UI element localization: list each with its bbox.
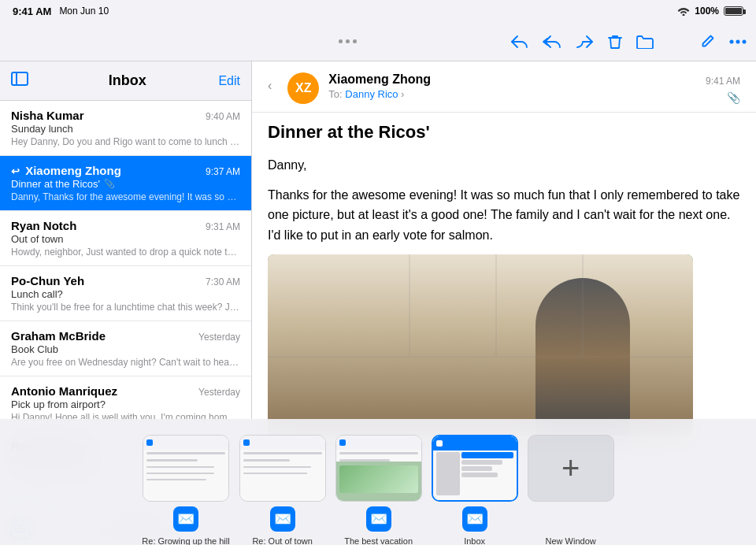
card-line <box>146 479 206 480</box>
card-line <box>146 466 214 468</box>
list-item[interactable]: Graham McBride Yesterday Book Club Are y… <box>0 321 251 376</box>
kitchen-svg <box>268 254 693 436</box>
detail-time: 9:41 AM <box>706 76 740 87</box>
list-item[interactable]: Po-Chun Yeh 7:30 AM Lunch call? Think yo… <box>0 266 251 321</box>
svg-point-0 <box>729 39 733 43</box>
email-preview: Hey Danny, Do you and Rigo want to come … <box>11 136 240 147</box>
app-switcher-overlay: ✉️ Re: Growing up the hill ✉️ Re: Out of… <box>0 419 756 545</box>
new-window-card[interactable]: + <box>528 435 614 502</box>
battery-percent: 100% <box>695 6 719 17</box>
svg-rect-3 <box>12 72 28 85</box>
compose-button[interactable] <box>699 34 715 50</box>
detail-to-name[interactable]: Danny Rico <box>345 88 398 100</box>
svg-point-1 <box>736 39 739 43</box>
email-subject: Pick up from airport? <box>11 399 240 410</box>
app-switcher-items: ✉️ Re: Growing up the hill ✉️ Re: Out of… <box>0 419 756 545</box>
panel-title: Inbox <box>36 72 218 89</box>
delete-button[interactable] <box>608 34 622 50</box>
detail-sender-name: Xiaomeng Zhong <box>328 72 696 87</box>
switcher-card-content <box>240 436 325 501</box>
sidebar-toggle-button[interactable] <box>11 72 28 90</box>
reply-all-button[interactable] <box>542 35 562 49</box>
email-sender: Po-Chun Yeh <box>11 274 84 287</box>
switcher-card[interactable] <box>432 435 518 502</box>
list-item[interactable]: Nisha Kumar 9:40 AM Sunday lunch Hey Dan… <box>0 101 251 156</box>
attachment-indicator-icon: 📎 <box>727 91 740 104</box>
switcher-card-content <box>143 436 228 501</box>
switcher-item-label: Re: Out of town <box>252 536 312 545</box>
email-photo <box>268 254 693 436</box>
switcher-item-label: New Window <box>546 536 596 545</box>
switcher-item[interactable]: ✉️ Inbox <box>432 435 518 545</box>
back-chevron-icon: ‹ <box>268 79 272 93</box>
battery-icon <box>724 6 743 16</box>
switcher-card[interactable] <box>239 435 326 502</box>
forward-button[interactable] <box>576 35 594 49</box>
card-line <box>146 452 225 454</box>
more-button[interactable] <box>729 39 747 44</box>
detail-to: To: Danny Rico › <box>328 88 696 100</box>
list-item[interactable]: Ryan Notch 9:31 AM Out of town Howdy, ne… <box>0 211 251 266</box>
switcher-item-label: Inbox <box>464 536 485 545</box>
email-time: 9:31 AM <box>206 221 240 232</box>
card-line <box>243 473 307 474</box>
card-row <box>461 466 493 471</box>
reply-back-button[interactable] <box>510 35 528 49</box>
card-photo <box>339 465 418 493</box>
card-col-main <box>461 452 513 495</box>
card-row <box>461 473 498 477</box>
card-cols <box>436 452 513 495</box>
folder-button[interactable] <box>636 35 654 49</box>
card-selected-row <box>461 452 513 458</box>
switcher-card[interactable] <box>335 435 422 502</box>
email-preview: Think you'll be free for a lunchtime cha… <box>11 302 240 313</box>
card-icon-small <box>339 439 346 446</box>
toolbar-icons <box>510 34 747 50</box>
card-col <box>436 452 460 495</box>
email-preview: Howdy, neighbor, Just wanted to drop a q… <box>11 247 240 258</box>
top-toolbar <box>0 22 756 61</box>
detail-subject: Dinner at the Ricos' <box>268 122 740 143</box>
panel-header: Inbox Edit <box>0 61 251 101</box>
switcher-item-new-window[interactable]: + New Window <box>528 435 614 545</box>
card-line <box>146 473 214 474</box>
battery-fill <box>725 8 742 14</box>
switcher-item[interactable]: ✉️ Re: Out of town <box>239 435 326 545</box>
wifi-icon <box>677 6 690 16</box>
switcher-app-icon: ✉️ <box>366 506 391 532</box>
card-icon-small <box>146 439 153 446</box>
card-icon-small <box>243 439 250 446</box>
detail-sender-info: Xiaomeng Zhong To: Danny Rico › <box>328 72 696 100</box>
card-icon-small <box>436 440 443 447</box>
avatar: XZ <box>287 72 319 104</box>
edit-button[interactable]: Edit <box>218 74 240 88</box>
svg-point-2 <box>742 39 746 43</box>
switcher-item[interactable]: ✉️ Re: Growing up the hill <box>142 435 229 545</box>
email-subject: Out of town <box>11 233 240 245</box>
dot-1 <box>339 39 343 43</box>
switcher-card[interactable] <box>143 435 229 502</box>
switcher-app-icon: ✉️ <box>270 506 295 532</box>
switcher-item[interactable]: ✉️ The best vacation <box>335 435 422 545</box>
switcher-card-content <box>336 436 421 501</box>
new-window-plus-icon: + <box>561 450 580 486</box>
switcher-card-header <box>240 436 325 450</box>
email-subject: Sunday lunch <box>11 123 240 135</box>
detail-time-area: 9:41 AM 📎 <box>706 72 740 104</box>
card-line <box>339 459 391 462</box>
email-sender: ↩ Xiaomeng Zhong <box>11 164 121 177</box>
switcher-item-label: Re: Growing up the hill <box>142 536 229 545</box>
card-line <box>339 452 418 454</box>
email-subject: Book Club <box>11 343 240 355</box>
switcher-card-header <box>143 436 228 450</box>
email-time: 7:30 AM <box>206 276 240 287</box>
email-subject: Lunch call? <box>11 288 240 300</box>
email-time: Yesterday <box>198 387 240 398</box>
card-line <box>243 452 322 454</box>
list-item[interactable]: ↩ Xiaomeng Zhong 9:37 AM Dinner at the R… <box>0 156 251 211</box>
email-time: 9:37 AM <box>206 166 240 177</box>
body-greeting: Danny, <box>268 155 740 176</box>
switcher-card-content <box>433 436 517 500</box>
dot-3 <box>353 39 357 43</box>
detail-header: ‹ XZ Xiaomeng Zhong To: Danny Rico › 9:4… <box>252 61 756 113</box>
